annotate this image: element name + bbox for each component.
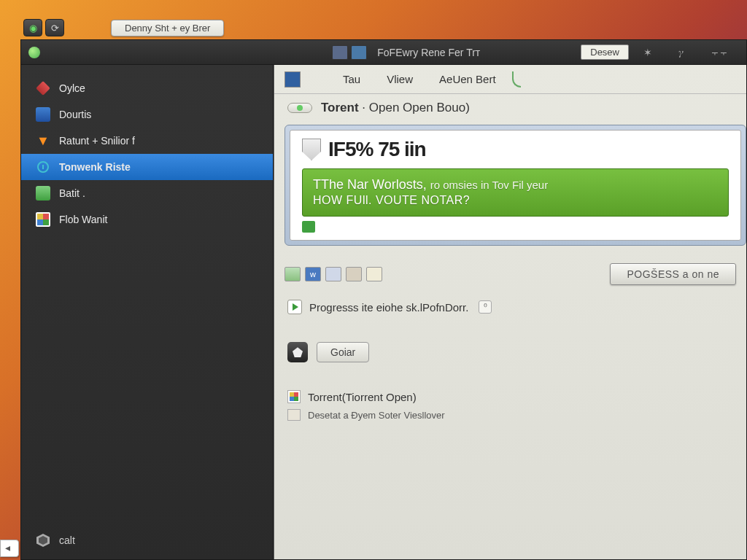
sidebar-item-oylce[interactable]: Oylce (21, 75, 273, 101)
tool-icon-4[interactable] (346, 267, 362, 281)
titlebar-field[interactable]: Desew (581, 44, 629, 60)
goiar-button[interactable]: Goiar (317, 342, 369, 362)
sidebar-item-ratunt[interactable]: ▼ Ratunt + Snilior f (21, 128, 273, 154)
sidebar-item-label: Batit . (59, 187, 85, 199)
main-panel-frame: IF5% 75 iin TThe Nar Worlosts, ro omsies… (285, 125, 746, 246)
content-pane: Tau Vliew AeUen Bert Torent · Open Open … (274, 65, 746, 559)
action-row: Goiar (274, 323, 746, 370)
menubar-app-icon (285, 71, 301, 88)
clock-icon (36, 160, 50, 174)
list-item-2-label: Desetat a Đyem Soter Viesllover (308, 410, 445, 421)
green-box-icon (36, 186, 50, 201)
titlebar-icon-2[interactable] (351, 45, 367, 60)
sidebar-footer-label: calt (59, 534, 75, 546)
menubar: Tau Vliew AeUen Bert (274, 65, 746, 94)
mini-green-icon (302, 221, 315, 233)
os-button-1[interactable]: ◉ (23, 19, 42, 36)
sidebar-item-flob[interactable]: Flob Wanit (21, 206, 273, 233)
sidebar-item-label: Tonwenk Riste (59, 161, 131, 173)
torrent-icon (287, 390, 301, 403)
progress-text: Progresss ite eiohe sk.lPofnDorr. (309, 301, 468, 314)
page-title: Torent · Open Open Bouo) (321, 101, 470, 115)
os-button-2[interactable]: ⟳ (45, 19, 64, 36)
promo-banner[interactable]: TThe Nar Worlosts, ro omsies in Tov Fil … (302, 168, 729, 217)
file-icon (287, 409, 301, 421)
status-pill[interactable] (287, 103, 312, 113)
triangle-down-icon: ▼ (36, 133, 50, 148)
tool-icon-5[interactable] (366, 267, 382, 281)
app-window: FoFEwry Rene Fer Trт Desew ✶ 𝛾 ⫟⫟ Oylce … (20, 39, 747, 560)
sidebar-item-tonwenk[interactable]: Tonwenk Riste (21, 154, 273, 180)
tool-row: w POGŠESS a on ne (274, 246, 746, 291)
window-tab[interactable]: Denny Sht + ey Brer (111, 20, 224, 36)
menu-aeuen[interactable]: AeUen Bert (426, 73, 509, 85)
sidebar-footer-item[interactable]: calt (21, 527, 273, 553)
sidebar-item-label: Ratunt + Snilior f (59, 135, 135, 147)
percent-readout: IF5% 75 iin (328, 138, 426, 161)
list-row-2[interactable]: Desetat a Đyem Soter Viesllover (274, 406, 746, 424)
app-icon (28, 47, 40, 58)
list-item-1-label: Torrent(Tiorrent Open) (308, 391, 417, 403)
windows-icon (36, 212, 50, 227)
corner-flag[interactable] (0, 540, 19, 557)
app-blue-icon (36, 107, 50, 122)
sidebar-item-dourtis[interactable]: Dourtis (21, 101, 273, 128)
progress-line: Progresss ite eiohe sk.lPofnDorr. ⁰ (274, 291, 746, 323)
play-icon[interactable] (287, 300, 302, 314)
titlebar-glyph-star[interactable]: ✶ (632, 47, 664, 58)
sidebar-item-label: Oylce (59, 82, 85, 94)
help-icon[interactable]: ⁰ (479, 300, 492, 314)
list-row-1[interactable]: Torrent(Tiorrent Open) (274, 370, 746, 406)
os-tab-strip: ◉ ⟳ Denny Sht + ey Brer (23, 18, 747, 38)
menu-tau[interactable]: Tau (330, 73, 374, 85)
menu-view[interactable]: Vliew (374, 73, 426, 85)
hex-icon (36, 533, 50, 548)
main-panel: IF5% 75 iin TThe Nar Worlosts, ro omsies… (290, 130, 741, 241)
sidebar-item-batit[interactable]: Batit . (21, 180, 273, 206)
diamond-icon (287, 342, 308, 362)
progress-button[interactable]: POGŠESS a on ne (610, 263, 736, 285)
curve-icon (512, 71, 521, 88)
sidebar: Oylce Dourtis ▼ Ratunt + Snilior f Tonwe… (21, 65, 274, 559)
cube-icon (36, 81, 50, 96)
green-dot-icon (297, 105, 303, 111)
titlebar-glyph-dash[interactable]: ⫟⫟ (698, 47, 739, 58)
titlebar-icon-1[interactable] (332, 45, 348, 60)
tool-icon-3[interactable] (325, 267, 341, 281)
titlebar: FoFEwry Rene Fer Trт Desew ✶ 𝛾 ⫟⫟ (21, 40, 746, 65)
tool-icon-1[interactable] (285, 267, 301, 281)
sidebar-item-label: Dourtis (59, 109, 91, 120)
tool-icon-2[interactable]: w (305, 267, 321, 281)
sidebar-item-label: Flob Wanit (59, 214, 107, 225)
titlebar-glyph-check[interactable]: 𝛾 (667, 46, 695, 58)
titlebar-text: FoFEwry Rene Fer Trт (370, 47, 487, 58)
shield-icon (302, 139, 321, 160)
sub-toolbar: Torent · Open Open Bouo) (274, 94, 746, 122)
